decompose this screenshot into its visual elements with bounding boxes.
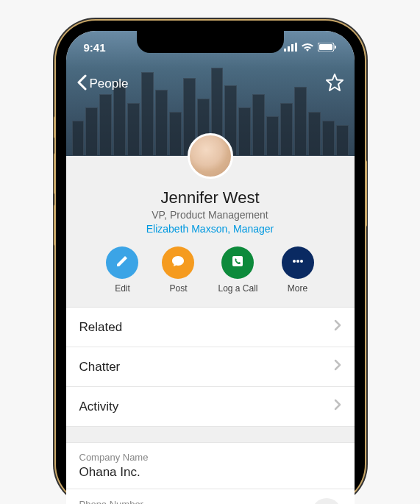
screen: 9:41 <box>66 31 355 504</box>
row-label: Activity <box>79 400 119 414</box>
svg-rect-5 <box>319 44 332 50</box>
action-row: Edit Post Log a Ca <box>78 246 343 294</box>
company-field[interactable]: Company Name Ohana Inc. <box>66 443 355 489</box>
phone-field[interactable]: Phone Number (650) 342-8923 <box>66 489 355 504</box>
log-call-button[interactable]: Log a Call <box>218 246 257 294</box>
favorite-star-icon[interactable] <box>325 73 344 95</box>
related-row[interactable]: Related <box>66 308 355 347</box>
field-label: Phone Number <box>79 499 165 504</box>
svg-rect-7 <box>232 256 243 266</box>
field-value: Ohana Inc. <box>79 465 149 480</box>
svg-rect-2 <box>291 44 293 52</box>
svg-rect-6 <box>335 46 336 49</box>
more-dots-icon <box>291 254 305 271</box>
field-label: Company Name <box>79 452 149 463</box>
signal-icon <box>284 41 297 54</box>
section-spacer <box>66 427 355 443</box>
svg-point-10 <box>300 260 303 263</box>
action-label: Edit <box>115 283 130 294</box>
post-button[interactable]: Post <box>162 246 194 294</box>
chatter-row[interactable]: Chatter <box>66 347 355 387</box>
back-label: People <box>90 77 129 91</box>
manager-link[interactable]: Elizabeth Maxson, Manager <box>78 223 343 235</box>
action-label: Log a Call <box>218 283 257 294</box>
pencil-icon <box>115 254 129 271</box>
phone-log-icon <box>230 254 245 271</box>
chevron-left-icon <box>76 74 87 94</box>
svg-rect-0 <box>284 49 286 52</box>
wifi-icon <box>301 41 314 54</box>
notch <box>137 31 284 53</box>
profile-card: Jennifer West VP, Product Management Eli… <box>66 156 355 308</box>
chevron-right-icon <box>334 319 341 335</box>
row-label: Related <box>79 320 123 335</box>
chevron-right-icon <box>334 399 341 414</box>
chat-bubble-icon <box>171 254 185 271</box>
status-time: 9:41 <box>84 41 106 54</box>
person-name: Jennifer West <box>78 188 343 207</box>
activity-row[interactable]: Activity <box>66 387 355 427</box>
avatar[interactable] <box>188 133 233 179</box>
chevron-right-icon <box>334 359 341 375</box>
action-label: More <box>288 283 307 294</box>
action-label: Post <box>169 283 187 294</box>
back-button[interactable]: People <box>76 74 129 94</box>
battery-icon <box>318 41 337 54</box>
call-button[interactable] <box>312 498 341 504</box>
svg-point-9 <box>296 260 299 263</box>
svg-point-8 <box>293 260 296 263</box>
person-title: VP, Product Management <box>78 209 343 221</box>
svg-rect-1 <box>288 46 290 52</box>
row-label: Chatter <box>79 360 121 375</box>
device-frame: 9:41 <box>56 21 365 504</box>
edit-button[interactable]: Edit <box>106 246 138 294</box>
svg-rect-3 <box>295 43 297 52</box>
more-button[interactable]: More <box>282 246 314 294</box>
